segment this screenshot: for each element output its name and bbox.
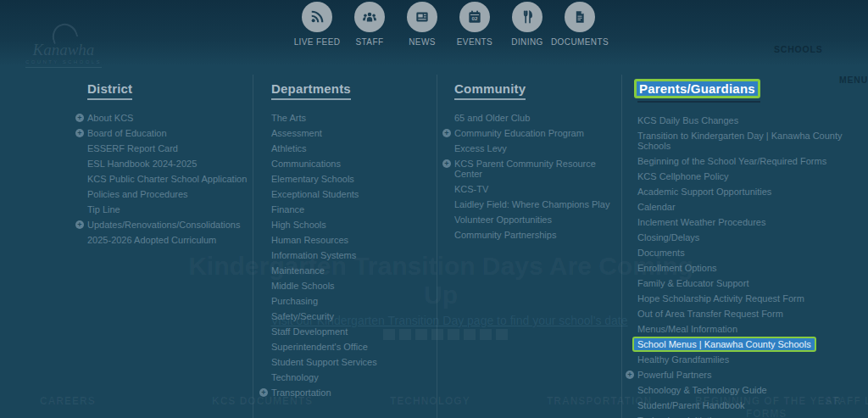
menu-item-label: Documents [637,248,685,258]
menu-item[interactable]: Student/Parent Handbook [637,400,846,410]
menu-item-label: 2025-2026 Adopted Curriculum [87,235,216,245]
menu-item[interactable]: Updates/Renovations/Consolidations [87,220,253,230]
expand-plus-icon[interactable] [75,220,84,229]
menu-item[interactable]: Middle Schools [271,281,437,291]
menu-item-label: Family & Educator Support [637,278,748,288]
menu-item[interactable]: KCS Daily Bus Changes [637,115,846,125]
menu-item[interactable]: Information Systems [271,250,437,260]
menu-item[interactable]: Safety/Security [271,311,437,321]
menu-item-label: Volunteer Opportunities [454,215,552,225]
live-feed-icon [302,2,332,32]
menu-item[interactable]: Communications [271,159,437,169]
expand-plus-icon[interactable] [75,129,84,137]
menu-item-label: Tip Line [87,204,120,215]
dining-label: DINING [511,37,542,47]
menu-item-label: Healthy Grandfamilies [637,354,729,365]
expand-plus-icon[interactable] [442,159,451,168]
menu-item-label: Menus/Meal Information [637,324,737,334]
annotation-highlighted-heading[interactable]: Parents/Guardians [634,79,760,98]
menu-item[interactable]: Community Education Program [454,128,621,138]
menu-item-label: Human Resources [271,235,348,245]
menu-item[interactable]: 2025-2026 Adopted Curriculum [87,235,253,245]
live-feed-button[interactable]: LIVE FEED [291,2,343,47]
mega-menu: District About KCSBoard of EducationESSE… [68,75,868,418]
news-label: NEWS [409,37,436,47]
menu-item-label: ESSERF Report Card [87,143,178,153]
menu-item[interactable]: Exceptional Students [271,189,437,199]
menu-item[interactable]: Documents [637,248,846,258]
menu-item[interactable]: High Schools [271,220,437,230]
menu-item[interactable]: KCS Cellphone Policy [637,171,846,181]
news-button[interactable]: NEWS [396,2,448,47]
menu-item[interactable]: Transition to Kindergarten Day | Kanawha… [637,131,846,151]
column-heading-community[interactable]: Community [454,81,526,100]
expand-plus-icon[interactable] [259,388,268,397]
dining-button[interactable]: DINING [501,2,554,47]
menu-item[interactable]: Maintenance [271,265,437,276]
staff-button[interactable]: STAFF [343,2,396,47]
expand-plus-icon[interactable] [442,129,451,137]
menu-item[interactable]: Community Partnerships [454,230,621,240]
column-heading-parents-guardians[interactable]: Parents/Guardians [637,81,760,103]
bg-nav-schools: SCHOOLS [774,44,823,54]
menu-item[interactable]: Family & Educator Support [637,278,846,288]
menu-item-label: Purchasing [271,296,318,306]
events-button[interactable]: 02 EVENTS [448,2,501,47]
menu-item[interactable]: Menus/Meal Information [637,324,846,334]
expand-plus-icon[interactable] [75,114,84,122]
menu-item-label: Transportation [271,387,331,398]
menu-item[interactable]: Laidley Field: Where Champions Play [454,199,621,209]
menu-item-label: Board of Education [87,128,167,138]
menu-item[interactable]: Enrollment Options [637,263,846,273]
menu-item[interactable]: Staff Development [271,326,437,337]
menu-item[interactable]: Schoology & Technology Guide [637,385,846,395]
menu-item-label: Policies and Procedures [87,189,188,199]
annotation-highlighted-link[interactable]: School Menus | Kanawha County Schools [632,337,816,352]
menu-item-label: About KCS [87,113,133,123]
menu-item[interactable]: ESL Handbook 2024-2025 [87,159,253,169]
menu-item[interactable]: Academic Support Opportunities [637,187,846,197]
menu-item[interactable]: Tip Line [87,204,253,215]
menu-item-label: Technology [271,372,319,382]
menu-item[interactable]: Board of Education [87,128,253,138]
menu-item[interactable]: Assessment [271,128,437,138]
menu-item-label: Beginning of the School Year/Required Fo… [637,156,826,166]
menu-item[interactable]: Calendar [637,202,846,212]
menu-item[interactable]: Elementary Schools [271,174,437,184]
menu-item[interactable]: Technology [271,372,437,382]
menu-item[interactable]: About KCS [87,113,253,123]
documents-button[interactable]: DOCUMENTS [554,2,606,47]
column-heading-district[interactable]: District [87,81,132,100]
menu-item-label: Updates/Renovations/Consolidations [87,220,240,230]
menu-item-label: Student/Parent Handbook [637,400,745,410]
menu-item[interactable]: Inclement Weather Procedures [637,217,846,227]
column-heading-departments[interactable]: Departments [271,81,351,100]
menu-item[interactable]: Out of Area Transfer Request Form [637,309,846,319]
menu-item[interactable]: Human Resources [271,235,437,245]
menu-item[interactable]: 65 and Older Club [454,113,621,123]
menu-item[interactable]: Closing/Delays [637,232,846,242]
menu-item[interactable]: Excess Levy [454,143,621,153]
news-icon [407,2,437,32]
menu-item[interactable]: Beginning of the School Year/Required Fo… [637,156,846,166]
menu-item[interactable]: The Arts [271,113,437,123]
menu-item[interactable]: Hope Scholarship Activity Request Form [637,293,846,304]
menu-item[interactable]: Healthy Grandfamilies [637,354,846,365]
menu-item-label: Enrollment Options [637,263,717,273]
menu-item[interactable]: Finance [271,204,437,215]
svg-text:02: 02 [472,15,478,21]
menu-item[interactable]: Superintendent's Office [271,342,437,352]
menu-item[interactable]: Transportation [271,387,437,398]
menu-item[interactable]: Volunteer Opportunities [454,215,621,225]
menu-item[interactable]: KCS Parent Community Resource Center [454,159,621,179]
menu-item[interactable]: Student Support Services [271,357,437,367]
expand-plus-icon[interactable] [626,371,634,379]
menu-item[interactable]: ESSERF Report Card [87,143,253,153]
menu-item[interactable]: KCS Public Charter School Application [87,174,253,184]
menu-item[interactable]: Policies and Procedures [87,189,253,199]
menu-item[interactable]: School Menus | Kanawha County Schools [637,339,846,349]
menu-item[interactable]: Purchasing [271,296,437,306]
menu-item[interactable]: KCS-TV [454,184,621,194]
menu-item[interactable]: Athletics [271,143,437,153]
menu-item[interactable]: Powerful Partners [637,370,846,380]
